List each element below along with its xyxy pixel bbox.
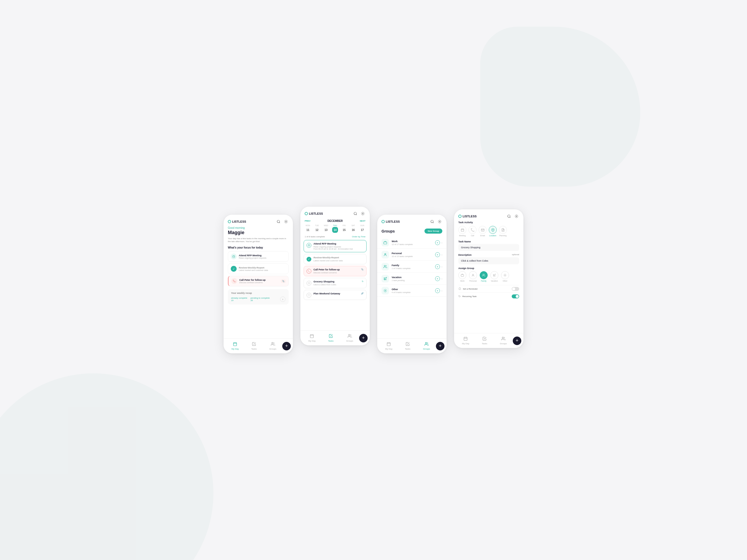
task-card-attend[interactable]: Attend RFP Meeting Raise ongoing project… — [228, 251, 289, 262]
groups-label-4: Groups — [500, 342, 507, 345]
groups-label-1: Groups — [269, 348, 276, 350]
add-btn-4[interactable]: + — [513, 337, 521, 345]
settings-icon-3[interactable] — [437, 219, 442, 224]
planning-label: Planning — [499, 235, 506, 237]
task-sub-review2: Latest market and customer data — [313, 260, 364, 262]
group-add-personal[interactable]: + — [435, 252, 440, 257]
add-btn-1[interactable]: + — [282, 342, 291, 350]
nav-groups-4[interactable]: Groups — [494, 337, 513, 345]
optional-tag: optional — [512, 254, 519, 256]
assign-label-family: Family — [481, 280, 487, 282]
search-icon-2[interactable] — [353, 211, 358, 216]
activity-meeting[interactable]: Meeting — [458, 226, 466, 237]
group-arrow-personal: › — [441, 253, 442, 256]
activity-call[interactable]: Call — [468, 226, 476, 237]
nav-myday-1[interactable]: My Day — [226, 342, 244, 350]
settings-icon-4[interactable] — [514, 214, 519, 219]
assign-family[interactable]: Family — [480, 271, 488, 282]
cal-day-fri[interactable]: FRI 15 — [340, 224, 348, 233]
search-icon-4[interactable] — [506, 214, 512, 219]
nav-groups-1[interactable]: Groups — [263, 342, 282, 350]
group-info-family: Family 1 of 3 tasks complete — [392, 264, 433, 270]
search-icon-1[interactable] — [276, 219, 281, 224]
task-card-review[interactable]: ✓ Review Weekly Report Latest market and… — [228, 264, 289, 274]
next-btn[interactable]: NEXT — [360, 220, 365, 222]
assign-work[interactable]: Work — [458, 271, 466, 282]
greeting-sub: Your day has a few tasks in the morning … — [228, 237, 289, 243]
cal-day-sun[interactable]: SUN 17 — [359, 224, 366, 233]
svg-point-20 — [516, 216, 517, 217]
order-by[interactable]: Order by Time — [352, 236, 365, 238]
cal-day-thu[interactable]: THU 14 — [331, 224, 339, 233]
nav-groups-2[interactable]: Groups — [340, 334, 359, 342]
groups-icon-3 — [424, 342, 429, 347]
svg-rect-29 — [464, 337, 467, 341]
svg-rect-9 — [310, 335, 313, 338]
add-btn-2[interactable]: + — [359, 334, 368, 342]
group-item-vacation[interactable]: Vacation 1 task pending + › — [377, 273, 446, 285]
svg-point-27 — [483, 274, 484, 275]
cal-day-sat[interactable]: SAT 16 — [350, 224, 357, 233]
group-item-family[interactable]: Family 1 of 3 tasks complete + › — [377, 261, 446, 273]
nav-myday-4[interactable]: My Day — [456, 337, 475, 345]
task-item-review[interactable]: ✓ Review Weekly Report Latest market and… — [304, 254, 366, 264]
activity-email[interactable]: Email — [479, 226, 487, 237]
recurring-toggle[interactable] — [512, 294, 519, 298]
nav-tasks-3[interactable]: Tasks — [398, 342, 417, 350]
group-add-other[interactable]: + — [435, 288, 440, 293]
group-add-work[interactable]: + — [435, 240, 440, 245]
myday-icon-3 — [387, 342, 391, 347]
svg-point-6 — [362, 213, 363, 214]
search-icon-3[interactable] — [430, 219, 435, 224]
recurring-icon: ↻ — [458, 295, 461, 298]
cal-day-wed[interactable]: WED 13 — [322, 224, 330, 233]
group-add-vacation[interactable]: + — [435, 276, 440, 281]
nav-myday-3[interactable]: My Day — [379, 342, 398, 350]
activity-location[interactable]: Location — [489, 226, 497, 237]
nav-tasks-2[interactable]: Tasks — [321, 334, 340, 342]
prev-btn[interactable]: PREV — [305, 220, 311, 222]
settings-icon-1[interactable] — [283, 219, 289, 224]
task-title-grocery: Grocery Shopping — [313, 280, 360, 283]
svg-rect-17 — [387, 343, 390, 346]
recap-title: Your weekly recap — [231, 292, 285, 294]
assign-vacation[interactable]: Vacation — [490, 271, 498, 282]
phone1-content: Good morning Maggie Your day has a few t… — [224, 226, 293, 350]
phone-tasks: LISTLESS PREV DECEMBER NEXT MON 11 T — [301, 207, 370, 345]
svg-point-18 — [425, 342, 427, 344]
cal-day-tue[interactable]: TUE 12 — [313, 224, 321, 233]
calendar-nav: PREV DECEMBER NEXT — [301, 218, 370, 224]
nav-myday-2[interactable]: My Day — [303, 334, 321, 342]
phone2-header: LISTLESS — [301, 207, 370, 218]
cal-day-mon[interactable]: MON 11 — [304, 224, 312, 233]
add-btn-3[interactable]: + — [436, 342, 444, 350]
settings-icon-2[interactable] — [360, 211, 365, 216]
task-item-getaway[interactable]: Plan Weekend Getaway 🔗 — [304, 290, 366, 300]
task-item-rfp[interactable]: Attend RFP Meeting Raise ongoing project… — [304, 240, 366, 252]
nav-tasks-1[interactable]: Tasks — [244, 342, 264, 350]
activity-planning[interactable]: Planning — [499, 226, 507, 237]
nav-tasks-4[interactable]: Tasks — [475, 337, 494, 345]
nav-groups-3[interactable]: Groups — [417, 342, 436, 350]
group-sub-family: 1 of 3 tasks complete — [392, 267, 433, 270]
group-item-other[interactable]: Other 4 of 9 tasks complete + › — [377, 285, 446, 297]
reminder-row: Set a Reminder — [458, 285, 519, 293]
phone3-header: LISTLESS — [377, 215, 446, 226]
task-item-call[interactable]: Call Peter for follow-up Discuss contrac… — [304, 266, 366, 276]
tasks-meta: 1 of 8 tasks complete Order by Time — [301, 236, 370, 238]
group-item-personal[interactable]: Personal 10 of 15 tasks complete + › — [377, 249, 446, 261]
group-arrow-family: › — [441, 265, 442, 268]
recap-arrow[interactable]: › — [280, 296, 285, 302]
recurring-label: Recurring Task — [462, 295, 476, 298]
task-name-input[interactable] — [458, 244, 519, 251]
task-card-call[interactable]: Call Peter for follow-up Discuss contrac… — [228, 276, 289, 286]
location-icon-wrap — [489, 226, 497, 234]
new-group-button[interactable]: New Group — [424, 229, 442, 234]
reminder-toggle[interactable] — [512, 287, 519, 291]
assign-personal[interactable]: Personal — [469, 271, 477, 282]
group-item-work[interactable]: Work 12 of 17 tasks complete + › — [377, 237, 446, 249]
assign-other[interactable]: Other — [501, 271, 509, 282]
group-add-family[interactable]: + — [435, 264, 440, 269]
task-item-grocery[interactable]: Grocery Shopping Click & collect from Co… — [304, 278, 366, 288]
description-input[interactable] — [458, 257, 519, 264]
